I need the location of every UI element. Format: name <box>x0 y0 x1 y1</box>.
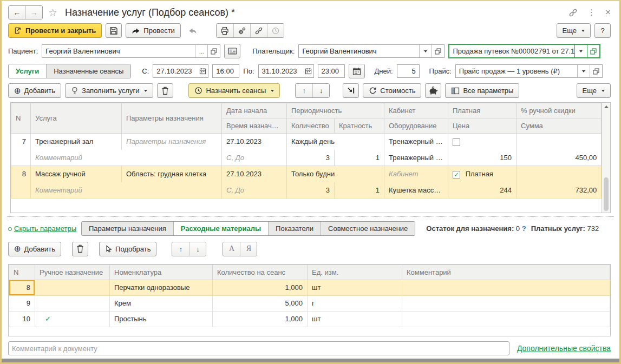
assign-sessions-button[interactable]: Назначить сеансы <box>188 83 280 98</box>
cell-time[interactable]: С, До <box>222 182 287 198</box>
post-and-close-button[interactable]: Провести и закрыть <box>8 23 102 38</box>
paid-checkbox[interactable] <box>453 138 460 146</box>
services-more-button[interactable]: Еще <box>577 83 611 98</box>
cell-n[interactable]: 10 <box>9 311 35 327</box>
cost-button[interactable]: Стоимость <box>363 83 421 98</box>
cell-n-empty[interactable] <box>11 182 31 198</box>
cell-price[interactable]: 244 <box>448 182 517 198</box>
col-header-manual[interactable]: Ручное назначение <box>35 264 110 280</box>
cell-service[interactable]: Массаж ручной <box>31 166 122 182</box>
material-up-button[interactable]: ↑ <box>172 242 189 256</box>
col-header-mult[interactable]: Кратность <box>335 118 384 134</box>
patient-card-button[interactable] <box>224 44 240 58</box>
cell-n[interactable]: 8 <box>11 166 31 182</box>
material-down-button[interactable]: ↓ <box>189 242 206 256</box>
patient-input[interactable] <box>42 45 195 57</box>
get-link-icon[interactable] <box>568 8 578 17</box>
hide-params-link[interactable]: Скрыть параметры <box>8 224 76 233</box>
print-button[interactable] <box>217 24 233 37</box>
cell-sum[interactable]: 450,00 <box>517 150 602 166</box>
cell-manual-check[interactable]: ✓ <box>35 311 110 327</box>
attach-link-button[interactable] <box>250 24 267 37</box>
cell-unit[interactable]: шт <box>308 311 402 327</box>
settings-gears-button[interactable] <box>233 24 250 37</box>
help-button[interactable]: ? <box>594 23 611 38</box>
calendar-icon[interactable] <box>198 65 208 77</box>
price-open-icon[interactable] <box>590 65 602 77</box>
col-header-date[interactable]: Дата начала <box>222 103 287 118</box>
col-header-cabinet[interactable]: Кабинет <box>384 103 448 118</box>
move-to-end-button[interactable] <box>343 83 359 98</box>
col-header-qty[interactable]: Количество на сеанс <box>213 264 308 280</box>
cell-equip[interactable]: Кушетка масса... <box>384 182 448 198</box>
cell-params[interactable]: Область: грудная клетка <box>122 166 222 182</box>
cell-time[interactable]: С, До <box>222 150 287 166</box>
patient-ellipsis-button[interactable]: ... <box>195 45 207 57</box>
delete-material-button[interactable] <box>72 242 88 256</box>
history-button[interactable] <box>267 24 284 37</box>
from-time-input[interactable]: 16:00 <box>213 65 239 77</box>
all-parameters-button[interactable]: Все параметры <box>445 83 519 98</box>
cell-comment[interactable] <box>402 280 610 295</box>
fill-services-button[interactable]: Заполнить услуги <box>65 83 153 98</box>
post-button[interactable]: Провести <box>126 23 181 38</box>
cell-comment[interactable] <box>402 311 610 327</box>
cell-discount[interactable] <box>517 134 602 150</box>
cell-qty[interactable]: 3 <box>287 182 335 198</box>
delete-service-button[interactable] <box>157 83 173 98</box>
forward-button[interactable]: → <box>25 6 42 19</box>
col-header-price[interactable]: Цена <box>448 118 517 134</box>
calendar-icon[interactable] <box>303 65 313 77</box>
tab-indicators[interactable]: Показатели <box>268 222 321 235</box>
col-header-n[interactable]: N <box>9 264 35 280</box>
sort-ascending-button[interactable]: А <box>223 242 240 256</box>
order-dropdown-button[interactable] <box>574 45 587 57</box>
from-date-input[interactable]: 27.10.2023 <box>153 65 198 77</box>
cell-discount[interactable] <box>517 166 602 182</box>
tab-joint-assignment[interactable]: Совместное назначение <box>321 222 415 235</box>
tab-assignment-params[interactable]: Параметры назначения <box>82 222 173 235</box>
tab-services[interactable]: Услуги <box>9 64 46 78</box>
cell-n[interactable]: 9 <box>9 295 35 311</box>
cell-manual[interactable] <box>35 280 110 295</box>
cell-n-empty[interactable] <box>11 150 31 166</box>
toolbar-more-button[interactable]: Еще <box>557 23 591 38</box>
cell-item[interactable]: Крем <box>110 295 213 311</box>
cell-n[interactable]: 7 <box>11 134 31 150</box>
patient-open-icon[interactable] <box>207 45 220 57</box>
more-menu-icon[interactable]: ⋮ <box>587 8 596 17</box>
cell-mult[interactable]: 1 <box>335 182 384 198</box>
col-header-equip[interactable]: Оборудование <box>384 118 448 134</box>
cell-item[interactable]: Перчатки одноразовые <box>110 280 213 295</box>
remainder-help-link[interactable]: ? <box>522 224 526 233</box>
cell-cabinet[interactable]: Кабинет <box>384 166 448 182</box>
tab-consumables[interactable]: Расходные материалы <box>173 222 268 235</box>
to-time-input[interactable]: 23:00 <box>318 65 344 77</box>
cell-qty[interactable]: 3 <box>287 150 335 166</box>
col-header-item[interactable]: Номенклатура <box>110 264 213 280</box>
cell-service[interactable]: Тренажерный зал <box>31 134 122 150</box>
cell-unit[interactable]: г <box>308 295 402 311</box>
col-header-discount[interactable]: % ручной скидки <box>517 103 602 118</box>
col-header-n[interactable]: N <box>11 103 31 134</box>
sort-descending-button[interactable]: Я <box>240 242 257 256</box>
services-table-scrollbar[interactable] <box>602 103 610 213</box>
to-date-input[interactable]: 31.10.2023 <box>259 65 303 77</box>
cell-comment[interactable]: Комментарий <box>31 182 222 198</box>
payer-input[interactable] <box>299 45 419 57</box>
col-header-sum[interactable]: Сумма <box>517 118 602 134</box>
cell-comment[interactable]: Комментарий <box>31 150 222 166</box>
pick-material-button[interactable]: Подобрать <box>99 242 156 256</box>
discounts-button[interactable] <box>425 83 441 98</box>
paid-checkbox-checked[interactable] <box>453 171 460 178</box>
days-input[interactable] <box>397 65 419 77</box>
cell-sum[interactable]: 732,00 <box>517 182 602 198</box>
cell-period[interactable]: Только будни <box>287 166 384 182</box>
cell-manual[interactable] <box>35 295 110 311</box>
move-up-button[interactable]: ↑ <box>296 84 312 97</box>
cell-n-focused[interactable]: 8 <box>9 280 35 295</box>
payer-open-icon[interactable] <box>432 45 444 57</box>
cell-comment[interactable] <box>402 295 610 311</box>
col-header-qty[interactable]: Количество <box>287 118 335 134</box>
order-open-icon[interactable] <box>587 45 599 57</box>
